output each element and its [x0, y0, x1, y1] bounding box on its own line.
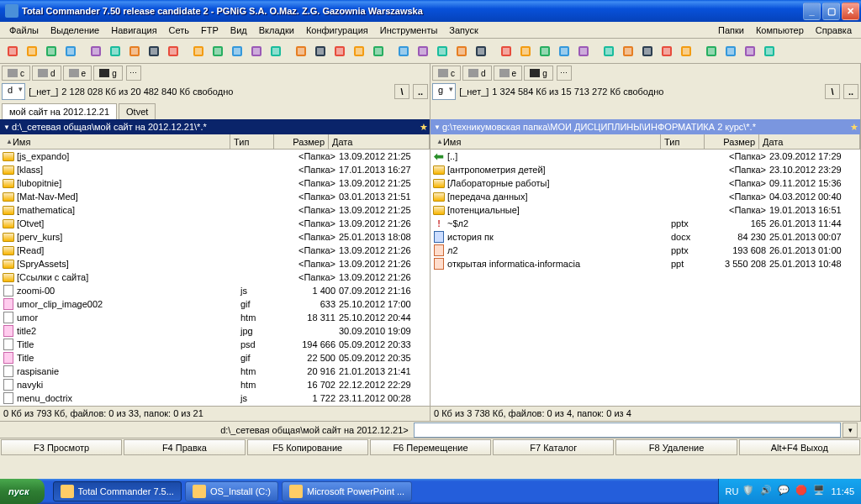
fnkey[interactable]: F6 Перемещение: [370, 439, 491, 455]
toolbar-button-9[interactable]: [189, 42, 208, 60]
menu-Папки[interactable]: Папки: [712, 24, 750, 37]
toolbar-button-23[interactable]: [472, 42, 490, 60]
fnkey[interactable]: F4 Правка: [124, 439, 245, 455]
right-drive-g[interactable]: g: [524, 66, 553, 81]
menu-Сеть[interactable]: Сеть: [163, 24, 195, 37]
list-item[interactable]: [передача данных]<Папка>04.03.2012 00:40: [430, 190, 860, 203]
right-drive-more[interactable]: ⋯: [557, 66, 572, 81]
menu-Конфигурация[interactable]: Конфигурация: [300, 24, 374, 37]
toolbar-button-29[interactable]: [600, 42, 618, 60]
fnkey[interactable]: F5 Копирование: [247, 439, 368, 455]
fnkey[interactable]: F3 Просмотр: [1, 439, 122, 455]
toolbar-button-2[interactable]: [42, 42, 61, 60]
start-button[interactable]: пуск: [0, 479, 45, 504]
left-drive-d[interactable]: d: [32, 66, 61, 81]
toolbar-button-4[interactable]: [87, 42, 105, 60]
menu-Инструменты[interactable]: Инструменты: [374, 24, 444, 37]
command-input[interactable]: [414, 423, 841, 438]
toolbar-button-18[interactable]: [369, 42, 388, 60]
fnkey[interactable]: Alt+F4 Выход: [739, 439, 860, 455]
list-item[interactable]: [js_expando]<Папка>13.09.2012 21:25: [0, 150, 430, 163]
taskbar-item[interactable]: Total Commander 7.5...: [53, 481, 182, 501]
toolbar-button-22[interactable]: [452, 42, 471, 60]
toolbar-button-37[interactable]: [760, 42, 779, 60]
menu-Навигация[interactable]: Навигация: [105, 24, 162, 37]
toolbar-button-21[interactable]: [433, 42, 452, 60]
right-drive-d[interactable]: d: [462, 66, 492, 81]
command-dropdown[interactable]: ▾: [843, 423, 858, 438]
toolbar-button-0[interactable]: [3, 42, 22, 60]
taskbar-item[interactable]: OS_Install (C:): [185, 481, 278, 501]
list-item[interactable]: открытая informatica-informaciappt3 550 …: [430, 257, 860, 270]
toolbar-button-5[interactable]: [106, 42, 124, 60]
list-item[interactable]: л2pptx193 60826.01.2013 01:00: [430, 244, 860, 257]
menu-Выделение[interactable]: Выделение: [45, 24, 105, 37]
menu-Вкладки[interactable]: Вкладки: [253, 24, 300, 37]
toolbar-button-3[interactable]: [61, 42, 80, 60]
menu-Вид[interactable]: Вид: [224, 24, 253, 37]
list-item[interactable]: [Read]<Папка>13.09.2012 21:26: [0, 244, 430, 257]
menu-Запуск[interactable]: Запуск: [443, 24, 483, 37]
right-up-button[interactable]: ..: [843, 84, 858, 99]
toolbar-button-32[interactable]: [658, 42, 676, 60]
toolbar-button-25[interactable]: [516, 42, 535, 60]
toolbar-button-1[interactable]: [23, 42, 41, 60]
toolbar-button-24[interactable]: [497, 42, 515, 60]
left-root-button[interactable]: \: [394, 84, 409, 99]
fnkey[interactable]: F8 Удаление: [615, 439, 737, 455]
clock[interactable]: 11:45: [831, 486, 854, 496]
minimize-button[interactable]: _: [803, 3, 821, 20]
tray-icon[interactable]: 💬: [778, 485, 791, 498]
list-item[interactable]: Titlepsd194 66605.09.2012 20:33: [0, 338, 430, 351]
right-root-button[interactable]: \: [825, 84, 840, 99]
taskbar-item[interactable]: Microsoft PowerPoint ...: [282, 481, 412, 501]
list-item[interactable]: [антропометрия детей]<Папка>23.10.2012 2…: [430, 163, 860, 176]
toolbar-button-11[interactable]: [228, 42, 246, 60]
list-item[interactable]: [Otvet]<Папка>13.09.2012 21:26: [0, 217, 430, 230]
toolbar-button-15[interactable]: [311, 42, 330, 60]
toolbar-button-26[interactable]: [536, 42, 554, 60]
col-name[interactable]: ▲Имя: [0, 134, 230, 149]
right-drive-e[interactable]: e: [494, 66, 523, 81]
col-size[interactable]: Размер: [705, 134, 759, 149]
toolbar-button-8[interactable]: [164, 42, 182, 60]
right-drive-c[interactable]: c: [432, 66, 461, 81]
list-item[interactable]: [Mat-Nav-Med]<Папка>03.01.2013 21:51: [0, 190, 430, 203]
toolbar-button-19[interactable]: [394, 42, 413, 60]
left-drive-c[interactable]: c: [2, 66, 30, 81]
left-drive-g[interactable]: g: [93, 66, 123, 81]
toolbar-button-31[interactable]: [638, 42, 657, 60]
tray-icon[interactable]: 🛡️: [742, 485, 756, 498]
toolbar-button-13[interactable]: [267, 42, 285, 60]
toolbar-button-30[interactable]: [619, 42, 637, 60]
left-drive-e[interactable]: e: [63, 66, 92, 81]
list-item[interactable]: [Лабораторные работы]<Папка>09.11.2012 1…: [430, 176, 860, 190]
col-type[interactable]: Тип: [230, 134, 274, 149]
maximize-button[interactable]: ▢: [822, 3, 840, 20]
toolbar-button-10[interactable]: [209, 42, 227, 60]
list-item[interactable]: история пкdocx84 23025.01.2013 00:07: [430, 230, 860, 244]
list-item[interactable]: menu_doctrixjs1 72223.11.2012 00:28: [0, 391, 430, 405]
list-item[interactable]: [потенциальные]<Папка>19.01.2013 16:51: [430, 203, 860, 217]
list-item[interactable]: !~$л2pptx16526.01.2013 11:44: [430, 217, 860, 230]
list-item[interactable]: [klass]<Папка>17.01.2013 16:27: [0, 163, 430, 176]
fnkey[interactable]: F7 Каталог: [493, 439, 614, 455]
list-item[interactable]: [mathematica]<Папка>13.09.2012 21:25: [0, 203, 430, 217]
tab-мой сайт на 2012.12.21[interactable]: мой сайт на 2012.12.21: [2, 103, 117, 119]
language-indicator[interactable]: RU: [726, 486, 739, 496]
col-name[interactable]: ▲Имя: [430, 134, 661, 149]
col-type[interactable]: Тип: [661, 134, 705, 149]
col-date[interactable]: Дата: [759, 134, 860, 149]
toolbar-button-33[interactable]: [677, 42, 695, 60]
toolbar-button-35[interactable]: [721, 42, 740, 60]
list-item[interactable]: [lubopitnie]<Папка>13.09.2012 21:25: [0, 176, 430, 190]
menu-Справка[interactable]: Справка: [810, 24, 858, 37]
toolbar-button-16[interactable]: [330, 42, 349, 60]
col-date[interactable]: Дата: [329, 134, 430, 149]
list-item[interactable]: [SpryAssets]<Папка>13.09.2012 21:26: [0, 257, 430, 270]
toolbar-button-12[interactable]: [247, 42, 266, 60]
list-item[interactable]: Titlegif22 50005.09.2012 20:35: [0, 351, 430, 365]
list-item[interactable]: umorhtm18 31125.10.2012 20:44: [0, 311, 430, 324]
list-item[interactable]: ⬅[..]<Папка>23.09.2012 17:29: [430, 150, 860, 163]
toolbar-button-17[interactable]: [350, 42, 368, 60]
